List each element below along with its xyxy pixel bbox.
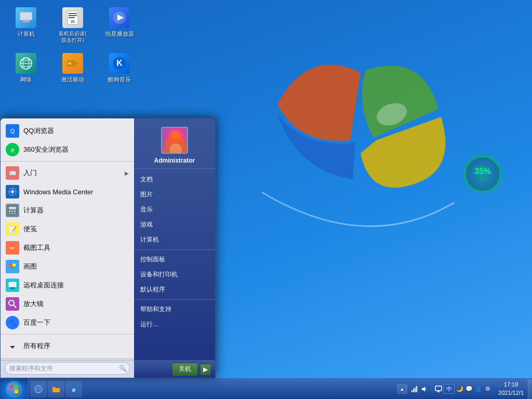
desktop-icon-network[interactable]: 网络	[5, 51, 47, 85]
calc-label: 计算器	[23, 206, 129, 215]
start-item-paint[interactable]: 画图	[1, 257, 134, 276]
start-item-qq-browser[interactable]: Q QQ浏览器	[1, 122, 134, 140]
desktop-icon-driver[interactable]: 激活驱动	[52, 51, 94, 85]
svg-text:e: e	[72, 387, 75, 393]
baidu-icon: 🐾	[6, 316, 19, 329]
user-avatar[interactable]	[161, 127, 188, 154]
perf-widget[interactable]: 35% ↓ 0K/s	[464, 156, 501, 192]
start-item-snip[interactable]: ✂ 截图工具	[1, 238, 134, 257]
action-center-icon[interactable]	[434, 385, 443, 393]
svg-rect-2	[20, 12, 32, 20]
wmc-label: Windows Media Center	[23, 188, 129, 196]
start-right-default-programs[interactable]: 默认程序	[134, 282, 215, 297]
360-browser-icon: e	[6, 143, 19, 156]
desktop-icons: 计算机 W 装机后必读( 双击打开) 恒星播放器 网络 激活驱动	[5, 5, 140, 85]
intro-icon: 📖	[6, 166, 19, 180]
svg-text:📝: 📝	[9, 225, 17, 233]
footer-left	[1, 360, 134, 378]
desktop-icon-kkmusic[interactable]: K 酷狗音乐	[99, 51, 140, 85]
svg-text:✂: ✂	[10, 245, 15, 252]
start-menu-right: Administrator 文档 图片 音乐 游戏 计算机 控制面板 设备和打印…	[134, 118, 215, 378]
user-name: Administrator	[154, 157, 195, 164]
start-item-rdp[interactable]: 远程桌面连接	[1, 276, 134, 295]
start-orb	[6, 381, 22, 397]
svg-rect-19	[68, 62, 71, 64]
ime-chinese-button[interactable]: 中	[444, 384, 455, 394]
intro-label: 入门	[23, 168, 121, 178]
player-label: 恒星播放器	[105, 30, 134, 37]
svg-rect-34	[9, 207, 16, 209]
svg-point-46	[9, 263, 12, 267]
svg-text:Q: Q	[10, 128, 15, 134]
taskbar-item-ie[interactable]: e	[65, 381, 82, 397]
start-menu: Q QQ浏览器 e 360安全浏览器 📖 入门 ▶	[0, 118, 216, 378]
system-tray-icons	[407, 385, 432, 393]
svg-rect-37	[14, 210, 16, 212]
magnifier-label: 放大镜	[23, 299, 129, 309]
ime-user-icon[interactable]: 👤	[474, 385, 483, 393]
taskbar-item-network[interactable]	[30, 381, 47, 397]
network-icon-img	[16, 53, 36, 74]
svg-rect-39	[11, 213, 13, 214]
shutdown-arrow[interactable]: ▶	[200, 364, 211, 375]
ime-area: 中 🌙 💬 👤 ⚙	[432, 384, 494, 394]
svg-point-48	[11, 267, 14, 270]
svg-rect-38	[9, 213, 10, 214]
svg-rect-51	[11, 287, 14, 288]
start-item-baidu[interactable]: 🐾 百度一下	[1, 313, 134, 332]
start-item-wmc[interactable]: Windows Media Center	[1, 182, 134, 201]
desktop-icon-computer[interactable]: 计算机	[5, 5, 47, 46]
start-right-control-panel[interactable]: 控制面板	[134, 252, 215, 267]
tray-volume-icon[interactable]	[420, 385, 429, 393]
360-browser-label: 360安全浏览器	[23, 145, 129, 154]
all-programs-label: 所有程序	[23, 341, 129, 351]
windows-logo	[262, 47, 454, 239]
svg-rect-63	[10, 390, 14, 393]
svg-rect-8	[69, 17, 75, 18]
paint-icon	[6, 260, 19, 273]
show-desktop-button[interactable]	[528, 379, 532, 399]
svg-rect-4	[22, 22, 30, 23]
taskbar-item-folder[interactable]	[48, 381, 64, 397]
perf-speed: ↓ 0K/s	[476, 176, 489, 181]
start-right-music[interactable]: 音乐	[134, 202, 215, 217]
start-item-intro[interactable]: 📖 入门 ▶	[1, 164, 134, 182]
start-right-computer[interactable]: 计算机	[134, 232, 215, 247]
sticky-label: 便笺	[23, 224, 129, 234]
start-right-games[interactable]: 游戏	[134, 217, 215, 232]
start-right-documents[interactable]: 文档	[134, 172, 215, 187]
tray-expand-button[interactable]: ▲	[397, 384, 407, 394]
desktop-icon-player[interactable]: 恒星播放器	[99, 5, 140, 46]
svg-rect-73	[416, 386, 417, 392]
ime-speech-icon[interactable]: 💬	[465, 385, 473, 393]
shutdown-button[interactable]: 关机	[172, 363, 198, 376]
svg-rect-64	[15, 390, 18, 393]
start-divider-1	[1, 161, 134, 162]
start-right-run[interactable]: 运行...	[134, 317, 215, 332]
tray-network-icon[interactable]	[410, 385, 419, 393]
start-menu-footer: 关机 ▶	[1, 360, 215, 378]
start-item-magnifier[interactable]: 放大镜	[1, 295, 134, 313]
ime-settings-icon[interactable]: ⚙	[484, 385, 492, 393]
start-item-360-browser[interactable]: e 360安全浏览器	[1, 140, 134, 159]
system-clock[interactable]: 17:18 2021/12/1	[494, 381, 528, 397]
readme-icon-img: W	[62, 7, 83, 28]
readme-label: 装机后必读( 双击打开)	[59, 30, 86, 44]
start-button[interactable]	[0, 379, 28, 400]
all-programs-icon	[6, 339, 19, 353]
start-right-pictures[interactable]: 图片	[134, 187, 215, 202]
svg-point-47	[12, 263, 16, 267]
svg-rect-52	[10, 288, 15, 289]
start-item-sticky[interactable]: 📝 便笺	[1, 220, 134, 238]
svg-rect-71	[413, 389, 414, 392]
start-item-all-programs[interactable]: 所有程序	[1, 337, 134, 355]
start-right-help[interactable]: 帮助和支持	[134, 302, 215, 317]
avatar-image	[162, 128, 187, 153]
svg-rect-50	[8, 282, 17, 287]
start-right-devices[interactable]: 设备和打印机	[134, 267, 215, 282]
desktop-icon-readme[interactable]: W 装机后必读( 双击打开)	[52, 5, 94, 46]
computer-icon-img	[16, 7, 36, 28]
start-item-calc[interactable]: 计算器	[1, 201, 134, 220]
ime-moon-icon[interactable]: 🌙	[456, 385, 464, 393]
svg-text:W: W	[71, 19, 75, 24]
